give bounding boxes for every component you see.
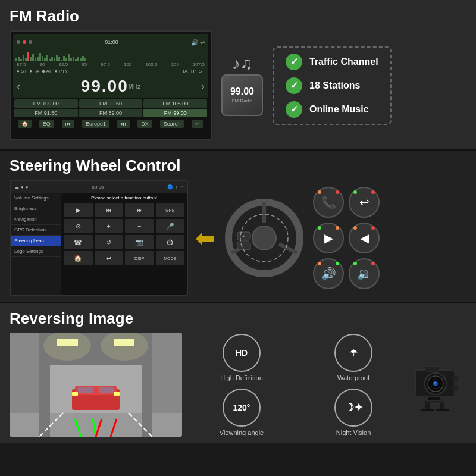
vol-up-icon: 🔊 [321,267,336,281]
fm-feature-stations: ✓ 18 Stations [286,77,378,94]
sw-circle-rewind-btn[interactable]: ◀ [349,223,380,253]
fm-preset-5[interactable]: FM 89.00 [79,109,143,117]
fm-station-btn[interactable]: Europe1 [82,120,109,128]
sw-function-buttons: ▶ ⏮ ⏭ GPS ⊘ + − 🎤 ☎ ↺ 📷 ⏻ 🏠 ↩ [64,203,184,265]
waveform-bar [44,58,46,61]
fm-prev-btn[interactable]: ⏮ [62,120,74,128]
led-dot-green-4 [353,262,357,265]
reverse-features-grid: HD High Definition ☂ Waterproof 120° [192,334,403,436]
svg-rect-25 [99,387,114,393]
waveform-bar [61,60,62,61]
sw-btn-vol-down[interactable]: − [125,219,154,233]
svg-rect-48 [453,385,458,391]
play-icon: ▶ [324,231,333,245]
sw-btn-next[interactable]: ⏭ [125,203,154,217]
svg-text:+: + [242,234,245,239]
fm-middle-icons: ♪♫ 99.00 FM Radio [221,55,263,116]
sw-menu-gps[interactable]: GPS Detection [11,225,61,236]
svg-point-39 [434,381,436,383]
sw-menu-sidebar: Volume Settings Brightness Navigation GP… [11,193,61,295]
steering-wheel-arrow: ⬅ [195,224,215,252]
sw-btn-mic[interactable]: 🎤 [156,219,185,233]
sw-btn-mode[interactable]: MODE [156,251,185,265]
sw-cloud-icon: ☁ [14,184,19,190]
fm-icon-label: FM Radio [232,98,253,104]
waveform-bar [73,57,74,61]
sw-btn-refresh[interactable]: ↺ [95,235,124,249]
freq-102-5: 102.5 [145,62,157,67]
sw-btn-no[interactable]: ⊘ [64,219,93,233]
sw-menu-navigation[interactable]: Navigation [11,214,61,225]
fm-arrow-right[interactable]: › [201,80,205,93]
sw-circle-call-btn[interactable]: 📞 [313,187,344,218]
sw-menu-steering-learn[interactable]: Steering Learn [11,236,61,246]
sw-circle-vol-down-btn[interactable]: 🔉 [349,258,380,289]
fm-feature-traffic-label: Traffic Channel [309,57,378,67]
music-notes-icon: ♪♫ [232,55,253,72]
sw-btn-disp[interactable]: DISP [125,251,154,265]
fm-screen: 01:00 🔊 ↩ [10,30,212,140]
led-dot-orange-1 [318,190,321,194]
sw-circle-hangup-btn[interactable]: ↩ [349,187,380,218]
waveform-bar [80,58,82,61]
night-vision-sublabel: Night Vision [336,429,371,436]
fm-ta: ● TA [29,68,39,74]
status-dot-2 [23,40,26,44]
waveform-bar [42,56,43,61]
sw-menu-brightness[interactable]: Brightness [11,203,61,214]
angle-label: 120° [233,403,250,412]
sw-menu-logo[interactable]: Logo Settings [11,246,61,257]
sw-circle-vol-up-btn[interactable]: 🔊 [313,258,344,289]
fm-preset-6[interactable]: FM 99.00 [143,109,207,117]
sw-menu-volume[interactable]: Volume Settings [11,193,61,203]
fm-radio-title: FM Radio [10,7,466,26]
sw-btn-gps[interactable]: GPS [156,203,185,217]
sw-screen-topbar: ☁ ● ● 08:05 🔵 ↑ ↩ [11,181,187,193]
sw-btn-back[interactable]: ↩ [95,251,124,265]
check-icon-music: ✓ [286,101,302,118]
sw-btn-prev[interactable]: ⏮ [95,203,124,217]
fm-preset-4[interactable]: FM 91.50 [14,109,78,117]
fm-preset-1[interactable]: FM 100.00 [14,99,78,108]
fm-features-list: ✓ Traffic Channel ✓ 18 Stations ✓ Online… [273,46,392,125]
led-dot-orange-4 [318,262,321,265]
sw-btn-camera[interactable]: 📷 [125,235,154,249]
sw-btn-home[interactable]: 🏠 [64,251,93,265]
camera-view [10,333,182,437]
fm-icon-frequency: 99.00 [230,86,254,97]
fm-screen-topbar: 01:00 🔊 ↩ [13,34,208,51]
waveform-bar [51,57,53,61]
steering-wheel-image: + − [223,196,306,280]
fm-preset-3[interactable]: FM 105.00 [143,99,207,108]
freq-107-5: 107.5 [193,62,205,67]
fm-st2: ST [199,68,205,74]
fm-pty: ● PTY [55,68,68,74]
feature-waterproof: ☂ Waterproof [303,334,403,381]
waveform-bar [65,58,67,61]
sw-btn-power[interactable]: ⏻ [156,235,185,249]
fm-preset-2[interactable]: FM 99.50 [79,99,143,108]
steering-wheel-svg: + − [223,196,306,280]
waveform-bar [70,58,72,61]
fm-eq-btn[interactable]: EQ [39,120,54,128]
reversing-image-section: Reversing Image [0,303,476,443]
fm-next-btn[interactable]: ⏭ [117,120,130,128]
fm-top-icons: 🔊 ↩ [191,39,205,46]
fm-controls: 🏠 EQ ⏮ Europe1 ⏭ DX Search ↩ [13,118,208,129]
angle-sublabel: Viewning angle [220,429,264,436]
fm-home-btn[interactable]: 🏠 [18,120,32,128]
fm-back-btn[interactable]: ↩ [192,120,203,128]
fm-dx-btn[interactable]: DX [137,120,152,128]
fm-search-btn[interactable]: Search [160,120,184,128]
fm-arrow-left[interactable]: ‹ [17,80,20,93]
waterproof-sublabel: Waterproof [337,374,369,381]
night-vision-icon: ☽✦ [345,401,363,414]
sw-circle-play-btn[interactable]: ▶ [313,223,344,253]
led-dot-red-3 [371,226,375,230]
svg-rect-42 [422,400,446,403]
freq-97-5: 97.5 [101,62,110,67]
sw-btn-phone[interactable]: ☎ [64,235,93,249]
vol-down-icon: 🔉 [357,267,372,281]
sw-btn-play[interactable]: ▶ [64,203,93,217]
sw-btn-vol-up[interactable]: + [95,219,124,233]
